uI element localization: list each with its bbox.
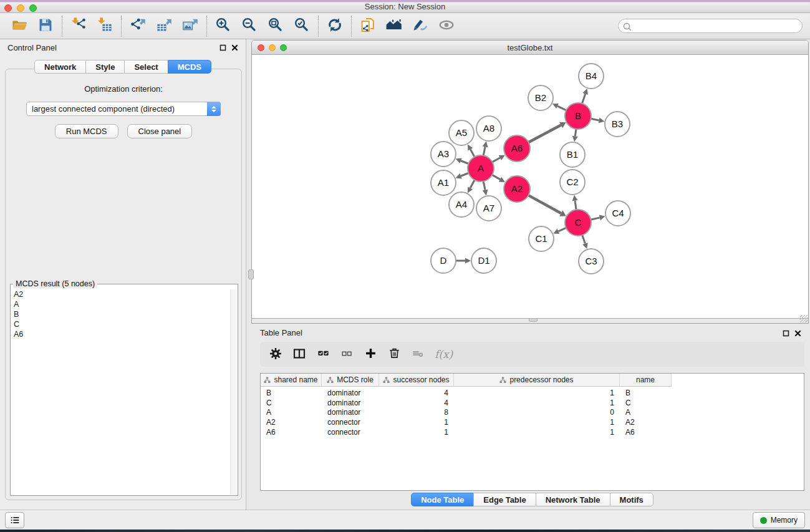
table-row[interactable]: Cdominator41C [261,399,804,409]
import-network-button[interactable] [65,15,92,37]
zoom-in-button[interactable] [210,15,236,37]
edge-A6-B[interactable] [529,125,561,143]
column-header-shared-name[interactable]: shared name [261,374,322,387]
table-row[interactable]: A6connector11A6 [261,428,804,438]
show-hide-details-button[interactable] [433,15,460,37]
export-network-button[interactable] [125,15,151,37]
cell-shared-name[interactable]: C [261,399,322,409]
edge-C-C3[interactable] [582,235,586,244]
edge-A-A4[interactable] [470,180,475,188]
mcds-result-item[interactable]: A [11,299,230,309]
cell-MCDS-role[interactable]: connector [322,428,379,438]
edge-B-B2[interactable] [557,106,566,110]
cell-shared-name[interactable]: B [261,389,322,399]
cell-predecessor-nodes[interactable]: 1 [454,389,620,399]
cell-name[interactable]: A6 [620,428,672,438]
mcds-result-item[interactable]: B [11,309,230,319]
cell-successor-nodes[interactable]: 4 [379,399,454,409]
table-tab-motifs[interactable]: Motifs [610,493,653,506]
delete-button[interactable] [383,344,405,364]
edge-A-A7[interactable] [483,181,485,190]
cell-name[interactable]: A2 [620,418,672,428]
column-header-MCDS-role[interactable]: MCDS role [322,374,379,387]
window-resize-grip[interactable] [800,315,808,322]
float-table-panel-icon[interactable] [783,329,789,339]
column-header-name[interactable]: name [620,374,672,387]
cell-predecessor-nodes[interactable]: 1 [454,428,620,438]
edge-A2-C[interactable] [528,195,561,213]
zoom-selected-button[interactable] [289,15,315,37]
edge-B-B3[interactable] [591,118,599,120]
run-mcds-button[interactable]: Run MCDS [55,124,118,138]
edge-A-A2[interactable] [492,175,500,179]
clone-network-button[interactable] [355,15,381,37]
tab-mcds[interactable]: MCDS [168,60,211,74]
table-tab-edge-table[interactable]: Edge Table [473,493,536,506]
zoom-fit-button[interactable] [263,15,289,37]
edge-C-C2[interactable] [575,201,576,210]
edge-C-C4[interactable] [591,218,599,220]
edge-A-A3[interactable] [461,161,468,164]
mcds-result-item[interactable]: A6 [11,329,230,339]
edge-A-A1[interactable] [461,173,468,177]
cell-successor-nodes[interactable]: 8 [379,408,454,418]
cell-successor-nodes[interactable]: 1 [379,428,454,438]
tab-select[interactable]: Select [124,60,168,74]
mcds-list-scrollbar[interactable] [230,289,237,495]
column-header-predecessor-nodes[interactable]: predecessor nodes [454,374,620,387]
settings-button[interactable] [265,344,286,364]
zoom-out-button[interactable] [236,15,263,37]
show-graphics-details-button[interactable] [407,15,433,37]
mcds-result-item[interactable]: A2 [11,289,230,299]
select-all-button[interactable] [312,344,334,364]
cell-shared-name[interactable]: A2 [261,418,322,428]
mcds-result-item[interactable]: C [11,319,230,329]
edge-A-A6[interactable] [492,158,499,162]
edge-B-B4[interactable] [582,94,586,104]
edge-A-A8[interactable] [483,147,485,155]
cell-MCDS-role[interactable]: dominator [322,389,379,399]
overview-button[interactable] [381,15,407,37]
table-tab-node-table[interactable]: Node Table [411,493,474,506]
cell-name[interactable]: C [620,399,672,409]
table-row[interactable]: Bdominator41B [261,389,804,399]
export-image-button[interactable] [177,15,203,37]
close-panel-button[interactable]: Close panel [127,124,193,138]
table-row[interactable]: Adominator80A [261,408,804,418]
add-button[interactable] [360,344,381,364]
cell-predecessor-nodes[interactable]: 1 [454,418,620,428]
float-panel-icon[interactable] [219,44,226,51]
close-table-panel-icon[interactable] [794,329,801,339]
column-header-successor-nodes[interactable]: successor nodes [379,374,454,387]
criterion-dropdown[interactable]: largest connected component (directed) [26,102,221,116]
table-tab-network-table[interactable]: Network Table [536,493,610,506]
apply-layout-button[interactable] [322,15,348,37]
task-history-button[interactable] [5,512,24,528]
export-table-button[interactable] [151,15,177,37]
cell-shared-name[interactable]: A6 [261,428,322,438]
import-table-button[interactable] [92,15,118,37]
deselect-all-button[interactable] [336,344,357,364]
close-panel-icon[interactable] [231,44,238,51]
memory-button[interactable]: Memory [753,512,805,528]
cell-successor-nodes[interactable]: 1 [379,418,454,428]
cell-MCDS-role[interactable]: connector [322,418,379,428]
edge-C-C1[interactable] [558,228,566,231]
open-session-button[interactable] [6,15,32,37]
search-input[interactable] [618,19,803,33]
edge-B-B1[interactable] [575,129,576,137]
save-session-button[interactable] [32,15,59,37]
cell-MCDS-role[interactable]: dominator [322,408,379,418]
network-vertical-scroll-thumb[interactable] [248,269,254,279]
cell-predecessor-nodes[interactable]: 1 [454,399,620,409]
cell-name[interactable]: A [620,408,672,418]
split-columns-button[interactable] [289,344,310,364]
cell-MCDS-role[interactable]: dominator [322,399,379,409]
cell-shared-name[interactable]: A [261,408,322,418]
network-horizontal-scroll-thumb[interactable] [529,318,538,322]
cell-predecessor-nodes[interactable]: 0 [454,408,620,418]
table-row[interactable]: A2connector11A2 [261,418,804,428]
cell-successor-nodes[interactable]: 4 [379,389,454,399]
tab-style[interactable]: Style [85,60,125,74]
tab-network[interactable]: Network [34,60,86,74]
